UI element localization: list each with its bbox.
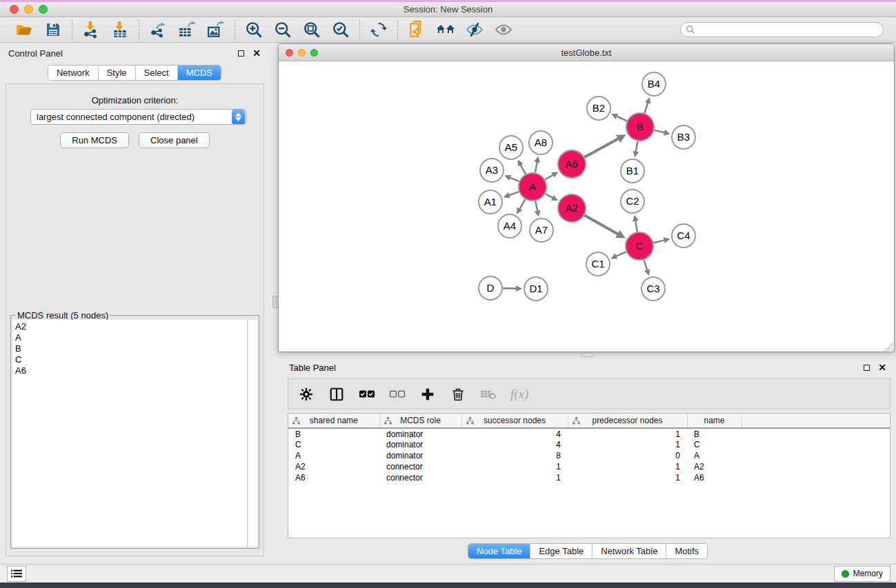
column-header[interactable]: MCDS role xyxy=(379,414,461,428)
import-table-icon[interactable] xyxy=(110,20,130,39)
node-table[interactable]: shared nameMCDS rolesuccessor nodesprede… xyxy=(288,413,890,538)
zoom-in-icon[interactable] xyxy=(244,20,263,39)
tab-style[interactable]: Style xyxy=(99,65,136,80)
graph-edge[interactable] xyxy=(653,240,664,243)
table-row[interactable]: Cdominator41C xyxy=(288,439,890,450)
export-image-icon[interactable] xyxy=(206,20,226,39)
graph-edge[interactable] xyxy=(520,165,526,174)
graph-edge[interactable] xyxy=(644,260,647,270)
result-item[interactable]: C xyxy=(15,354,244,365)
network-window-titlebar[interactable]: testGlobe.txt xyxy=(279,44,894,61)
mcds-result-list[interactable]: A2ABCA6 xyxy=(12,320,248,547)
network-graph: B4B2BB3A8A5A6A3B1AC2A1A2A4A7C4CC1DD1C3 xyxy=(279,61,894,352)
table-tab-edge-table[interactable]: Edge Table xyxy=(530,544,593,558)
hierarchy-icon xyxy=(292,417,300,425)
graph-edge[interactable] xyxy=(616,252,626,256)
import-network-icon[interactable] xyxy=(81,20,101,39)
graph-edge[interactable] xyxy=(508,192,519,195)
vertical-splitter-handle[interactable] xyxy=(272,296,277,308)
graph-node-label: C4 xyxy=(677,230,690,241)
network-view-window: testGlobe.txt B4B2BB3A8A5A6A3B1AC2A1A2A4… xyxy=(278,43,895,352)
table-panel-tabs: Node TableEdge TableNetwork TableMotifs xyxy=(468,543,708,559)
graph-edge[interactable] xyxy=(519,199,526,210)
run-mcds-button[interactable]: Run MCDS xyxy=(60,132,129,148)
table-row[interactable]: Bdominator41B xyxy=(288,428,890,439)
export-table-icon[interactable] xyxy=(177,20,197,39)
result-item[interactable]: A6 xyxy=(15,365,244,376)
float-table-panel-icon[interactable] xyxy=(864,365,870,371)
criterion-dropdown[interactable]: largest connected component (directed) xyxy=(30,109,246,125)
column-header[interactable]: name xyxy=(687,414,741,428)
zoom-out-icon[interactable] xyxy=(273,20,292,39)
table-tab-network-table[interactable]: Network Table xyxy=(593,544,666,558)
table-settings-gear-icon[interactable] xyxy=(298,386,315,403)
first-neighbors-icon[interactable] xyxy=(436,20,455,39)
graph-node-label: B xyxy=(637,121,644,132)
graph-edge[interactable] xyxy=(654,130,664,133)
close-panel-icon[interactable]: ✕ xyxy=(252,48,261,58)
graph-edge[interactable] xyxy=(535,201,537,212)
graph-edge[interactable] xyxy=(535,162,537,173)
graph-edge[interactable] xyxy=(617,116,627,121)
graph-edge[interactable] xyxy=(545,175,553,180)
hide-selected-icon[interactable] xyxy=(465,20,484,39)
network-canvas[interactable]: B4B2BB3A8A5A6A3B1AC2A1A2A4A7C4CC1DD1C3 xyxy=(279,61,894,352)
result-scrollbar[interactable] xyxy=(248,320,257,547)
tab-network[interactable]: Network xyxy=(48,65,99,80)
show-column-icon[interactable] xyxy=(328,386,345,403)
tab-select[interactable]: Select xyxy=(136,65,178,80)
graph-node-label: D xyxy=(487,282,495,294)
table-row[interactable]: A2connector11A2 xyxy=(288,461,890,472)
hierarchy-icon xyxy=(573,417,580,425)
result-item[interactable]: B xyxy=(15,343,244,354)
duplicate-network-icon[interactable] xyxy=(407,20,426,39)
deselect-all-icon[interactable] xyxy=(389,386,406,403)
memory-button[interactable]: Memory xyxy=(834,566,890,582)
zoom-fit-icon[interactable] xyxy=(302,20,321,39)
add-row-plus-icon[interactable] xyxy=(419,386,436,403)
column-header[interactable]: successor nodes xyxy=(461,414,568,428)
result-item[interactable]: A xyxy=(15,332,244,343)
close-table-panel-icon[interactable]: ✕ xyxy=(878,363,886,372)
result-item[interactable]: A2 xyxy=(15,321,244,332)
show-all-icon[interactable] xyxy=(494,20,513,39)
graph-edge[interactable] xyxy=(636,141,638,152)
open-file-icon[interactable] xyxy=(14,20,34,39)
graph-node-label: A5 xyxy=(505,141,517,153)
graph-node-label: A7 xyxy=(535,224,548,236)
graph-edge[interactable] xyxy=(584,215,618,234)
mcds-tab-panel: Optimization criterion: largest connecte… xyxy=(6,83,264,556)
table-row[interactable]: Adominator80A xyxy=(288,450,890,461)
graph-node-label: A8 xyxy=(535,136,547,148)
column-header[interactable]: predecessor nodes xyxy=(568,414,687,428)
main-toolbar xyxy=(0,17,896,43)
table-panel: Table Panel ✕ f(x) xyxy=(279,357,896,562)
window-resize-grip[interactable] xyxy=(884,341,893,351)
graph-edge[interactable] xyxy=(644,103,648,113)
hierarchy-icon xyxy=(466,417,474,425)
save-session-icon[interactable] xyxy=(43,20,63,39)
table-tab-motifs[interactable]: Motifs xyxy=(666,544,707,558)
table-row[interactable]: A6connector11A6 xyxy=(288,472,890,483)
search-field-wrap xyxy=(680,22,884,37)
graph-node-label: B3 xyxy=(677,131,690,143)
refresh-layout-icon[interactable] xyxy=(369,20,388,39)
mcds-result-group: MCDS result (5 nodes) A2ABCA6 xyxy=(10,315,259,549)
select-all-icon[interactable] xyxy=(359,386,375,403)
zoom-selected-icon[interactable] xyxy=(331,20,350,39)
close-panel-button[interactable]: Close panel xyxy=(139,132,210,148)
export-network-icon[interactable] xyxy=(148,20,168,39)
function-builder-icon[interactable]: f(x) xyxy=(510,387,528,402)
search-input[interactable] xyxy=(680,22,884,37)
graph-edge[interactable] xyxy=(635,221,637,232)
table-tab-node-table[interactable]: Node Table xyxy=(468,544,531,558)
status-list-button[interactable] xyxy=(7,566,26,582)
graph-edge[interactable] xyxy=(584,139,619,157)
delete-column-icon[interactable] xyxy=(480,386,497,403)
graph-edge[interactable] xyxy=(510,178,519,182)
tab-mcds[interactable]: MCDS xyxy=(178,65,221,80)
float-panel-icon[interactable] xyxy=(238,50,244,57)
column-header[interactable]: shared name xyxy=(288,414,379,428)
delete-row-trash-icon[interactable] xyxy=(450,386,466,403)
graph-edge[interactable] xyxy=(545,194,552,198)
